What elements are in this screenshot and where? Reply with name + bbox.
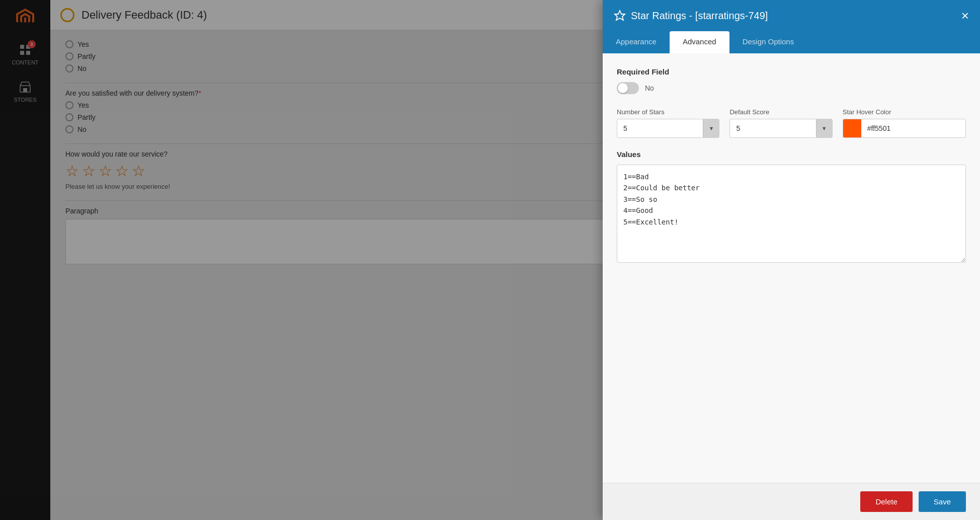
toggle-state-label: No <box>645 84 654 92</box>
required-field-toggle[interactable] <box>617 82 639 94</box>
number-of-stars-arrow[interactable]: ▼ <box>703 119 719 137</box>
save-button[interactable]: Save <box>919 491 966 512</box>
number-of-stars-label: Number of Stars <box>617 108 719 116</box>
star-hover-color-field[interactable]: #ff5501 <box>843 119 966 138</box>
required-field-label: Required Field <box>617 67 966 76</box>
tab-advanced[interactable]: Advanced <box>670 31 729 53</box>
dropdowns-row: Number of Stars 5 ▼ Default Score 5 ▼ <box>617 108 966 138</box>
tab-appearance[interactable]: Appearance <box>603 31 670 53</box>
star-hover-color-group: Star Hover Color #ff5501 <box>843 108 966 138</box>
default-score-label: Default Score <box>729 108 832 116</box>
values-section: Values <box>617 150 966 265</box>
modal-close-button[interactable]: × <box>961 9 969 22</box>
default-score-value: 5 <box>730 120 815 136</box>
color-value: #ff5501 <box>861 120 965 136</box>
svg-marker-6 <box>615 11 625 20</box>
toggle-knob <box>618 83 628 93</box>
default-score-arrow[interactable]: ▼ <box>816 119 832 137</box>
modal-body: Required Field No Number of Stars 5 ▼ <box>603 53 980 483</box>
number-of-stars-value: 5 <box>617 120 703 136</box>
color-swatch[interactable] <box>843 119 861 137</box>
modal-overlay: Star Ratings - [starratings-749] × Appea… <box>0 0 980 520</box>
modal-title: Star Ratings - [starratings-749] <box>614 10 768 22</box>
star-icon <box>614 10 626 22</box>
values-textarea[interactable] <box>617 165 966 263</box>
number-of-stars-group: Number of Stars 5 ▼ <box>617 108 719 138</box>
default-score-select[interactable]: 5 ▼ <box>729 119 832 138</box>
values-label: Values <box>617 150 966 159</box>
tab-design-options[interactable]: Design Options <box>729 31 807 53</box>
modal-title-text: Star Ratings - [starratings-749] <box>631 10 768 22</box>
default-score-group: Default Score 5 ▼ <box>729 108 832 138</box>
star-hover-color-label: Star Hover Color <box>843 108 966 116</box>
modal-tabs: Appearance Advanced Design Options <box>603 31 980 53</box>
delete-button[interactable]: Delete <box>860 491 912 512</box>
toggle-row: No <box>617 82 966 94</box>
star-ratings-modal: Star Ratings - [starratings-749] × Appea… <box>603 0 980 520</box>
modal-footer: Delete Save <box>603 483 980 520</box>
modal-header: Star Ratings - [starratings-749] × <box>603 0 980 31</box>
number-of-stars-select[interactable]: 5 ▼ <box>617 119 719 138</box>
required-field-section: Required Field No <box>617 67 966 94</box>
